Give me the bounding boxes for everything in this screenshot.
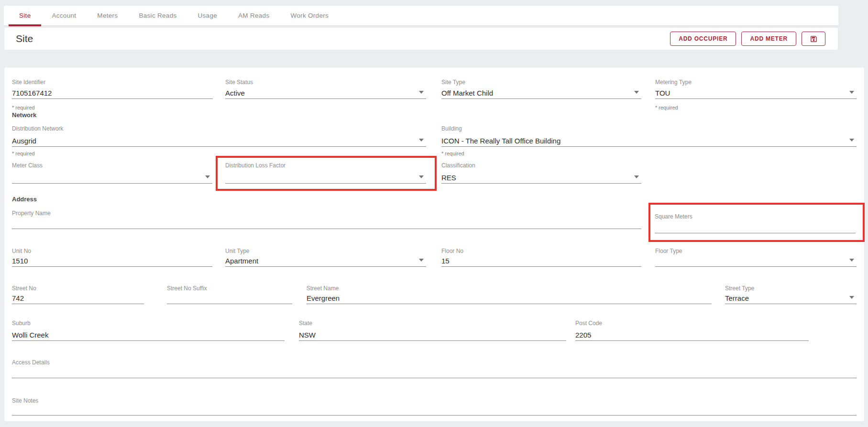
add-meter-button[interactable]: ADD METER xyxy=(741,32,796,46)
access-details-field[interactable]: Access Details xyxy=(12,359,857,378)
distribution-network-select[interactable]: Distribution Network Ausgrid xyxy=(12,125,426,147)
address-section-heading: Address xyxy=(12,196,37,203)
field-label: Metering Type xyxy=(655,79,857,86)
property-name-field[interactable]: Property Name xyxy=(12,210,641,229)
field-label: Site Identifier xyxy=(12,79,213,86)
add-occupier-button[interactable]: ADD OCCUPIER xyxy=(670,32,736,46)
field-label: State xyxy=(299,320,566,327)
metering-type-select[interactable]: Metering Type TOU xyxy=(655,79,857,99)
chevron-down-icon xyxy=(634,175,639,178)
field-label: Street Name xyxy=(307,285,712,292)
network-section-heading: Network xyxy=(12,111,36,119)
suburb-field[interactable]: Suburb Wolli Creek xyxy=(12,320,285,341)
header-actions: ADD OCCUPIER ADD METER xyxy=(670,32,825,46)
field-label: Suburb xyxy=(12,320,285,327)
street-name-field[interactable]: Street Name Evergreen xyxy=(307,285,712,304)
chevron-down-icon xyxy=(634,91,639,94)
street-no-suffix-field[interactable]: Street No Suffix xyxy=(167,285,292,304)
field-label: Unit No xyxy=(12,248,212,254)
page: Site Account Meters Basic Reads Usage AM… xyxy=(0,0,868,427)
field-label: Building xyxy=(441,125,857,132)
field-label: Distribution Loss Factor xyxy=(225,162,426,169)
page-title: Site xyxy=(16,33,33,44)
site-status-select[interactable]: Site Status Active xyxy=(225,79,426,99)
field-value: 2205 xyxy=(575,331,591,339)
floppy-disk-icon xyxy=(810,35,818,43)
site-type-select[interactable]: Site Type Off Market Child xyxy=(441,79,641,99)
state-field[interactable]: State NSW xyxy=(299,320,566,341)
field-value: 1510 xyxy=(12,257,28,265)
field-value: NSW xyxy=(299,331,316,339)
site-form: Site Identifier 7105167412 Site Status A… xyxy=(4,67,865,422)
floor-no-field[interactable]: Floor No 15 xyxy=(441,248,641,267)
required-note: * required xyxy=(12,105,35,110)
field-value: RES xyxy=(441,174,456,182)
field-value: 15 xyxy=(441,257,450,265)
chevron-down-icon xyxy=(849,91,854,94)
page-header: Site ADD OCCUPIER ADD METER xyxy=(4,27,838,50)
required-note: * required xyxy=(441,151,464,156)
field-value: 742 xyxy=(12,294,24,302)
unit-type-select[interactable]: Unit Type Apartment xyxy=(225,248,426,267)
chevron-down-icon xyxy=(419,139,424,142)
required-note: * required xyxy=(655,105,678,110)
chevron-down-icon xyxy=(849,139,854,142)
building-select[interactable]: Building ICON - The Really Tall Office B… xyxy=(441,125,857,147)
field-value: 7105167412 xyxy=(12,89,52,97)
field-label: Floor No xyxy=(441,248,641,254)
tab-account[interactable]: Account xyxy=(41,6,87,25)
field-label: Meter Class xyxy=(12,162,212,169)
field-label: Site Type xyxy=(441,79,641,86)
site-notes-field[interactable]: Site Notes xyxy=(12,397,857,416)
square-meters-field[interactable]: Square Meters xyxy=(655,213,856,233)
field-value: Evergreen xyxy=(307,294,340,302)
field-label: Site Status xyxy=(225,79,426,86)
field-label: Square Meters xyxy=(655,213,856,220)
tab-usage[interactable]: Usage xyxy=(187,6,228,25)
chevron-down-icon xyxy=(849,296,854,299)
field-value: TOU xyxy=(655,89,670,97)
field-value: Apartment xyxy=(225,257,258,265)
field-label: Post Code xyxy=(575,320,809,327)
save-button[interactable] xyxy=(802,32,825,46)
field-value: ICON - The Really Tall Office Building xyxy=(441,137,560,145)
street-no-field[interactable]: Street No 742 xyxy=(12,285,144,304)
field-label: Distribution Network xyxy=(12,125,426,132)
unit-no-field[interactable]: Unit No 1510 xyxy=(12,248,212,267)
chevron-down-icon xyxy=(419,175,424,178)
tab-bar: Site Account Meters Basic Reads Usage AM… xyxy=(4,6,838,26)
tab-work-orders[interactable]: Work Orders xyxy=(280,6,339,25)
tab-basic-reads[interactable]: Basic Reads xyxy=(128,6,187,25)
chevron-down-icon xyxy=(849,259,854,262)
chevron-down-icon xyxy=(419,259,424,262)
tab-site[interactable]: Site xyxy=(9,6,41,25)
field-label: Unit Type xyxy=(225,248,426,254)
field-label: Floor Type xyxy=(655,248,857,254)
required-note: * required xyxy=(12,151,35,156)
meter-class-select[interactable]: Meter Class xyxy=(12,162,212,184)
field-value: Wolli Creek xyxy=(12,331,48,339)
distribution-loss-factor-select[interactable]: Distribution Loss Factor xyxy=(225,162,426,184)
field-label: Property Name xyxy=(12,210,641,217)
field-label: Street No xyxy=(12,285,144,292)
street-type-select[interactable]: Street Type Terrace xyxy=(725,285,857,304)
tab-meters[interactable]: Meters xyxy=(87,6,128,25)
field-label: Access Details xyxy=(12,359,857,366)
post-code-field[interactable]: Post Code 2205 xyxy=(575,320,809,341)
chevron-down-icon xyxy=(419,91,424,94)
field-value: Active xyxy=(225,89,245,97)
classification-select[interactable]: Classification RES xyxy=(441,162,641,184)
chevron-down-icon xyxy=(205,175,210,178)
field-value: Ausgrid xyxy=(12,137,36,145)
field-label: Street Type xyxy=(725,285,857,292)
site-identifier-field[interactable]: Site Identifier 7105167412 xyxy=(12,79,213,99)
field-value: Off Market Child xyxy=(441,89,493,97)
floor-type-select[interactable]: Floor Type xyxy=(655,248,857,267)
field-label: Street No Suffix xyxy=(167,285,292,292)
field-label: Classification xyxy=(441,162,641,169)
tab-am-reads[interactable]: AM Reads xyxy=(228,6,280,25)
field-value: Terrace xyxy=(725,294,749,302)
field-label: Site Notes xyxy=(12,397,857,404)
